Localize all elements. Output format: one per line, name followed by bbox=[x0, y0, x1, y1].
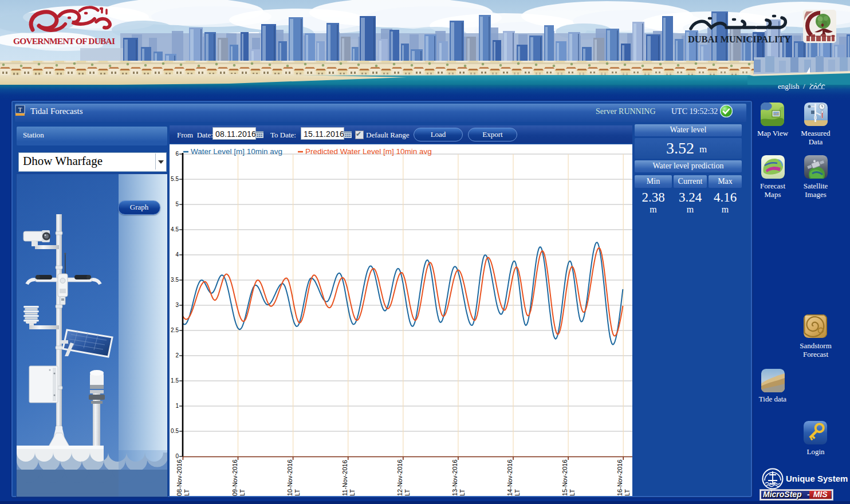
svg-text:0: 0 bbox=[175, 453, 179, 459]
svg-text:Water Level [m] 10min avg: Water Level [m] 10min avg bbox=[191, 147, 282, 156]
svg-text:T: T bbox=[18, 106, 22, 113]
svg-text:1: 1 bbox=[175, 403, 179, 409]
svg-text:4.5: 4.5 bbox=[171, 226, 179, 233]
svg-text:5.5: 5.5 bbox=[171, 176, 179, 182]
svg-text:0.5: 0.5 bbox=[171, 428, 179, 434]
svg-text:3: 3 bbox=[175, 302, 179, 308]
svg-text:GOVERNMENT OF DUBAI: GOVERNMENT OF DUBAI bbox=[13, 36, 115, 46]
svg-text:Predicted Water Level [m] 10mi: Predicted Water Level [m] 10min avg bbox=[305, 147, 432, 156]
svg-text:3.5: 3.5 bbox=[171, 277, 179, 283]
svg-text:1.5: 1.5 bbox=[171, 377, 179, 384]
svg-text:2: 2 bbox=[175, 352, 179, 359]
svg-text:4: 4 bbox=[175, 251, 179, 258]
svg-text:DUBAI MUNICIPALITY: DUBAI MUNICIPALITY bbox=[688, 34, 791, 45]
svg-text:6: 6 bbox=[175, 151, 179, 157]
svg-text:5: 5 bbox=[175, 201, 179, 207]
svg-text:2.5: 2.5 bbox=[171, 327, 179, 333]
